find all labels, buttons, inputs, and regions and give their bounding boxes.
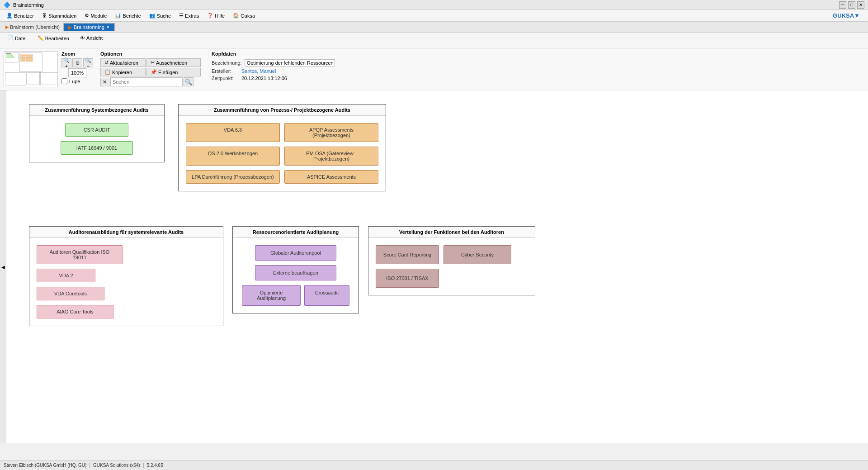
guksa-logo: GUKSA▼ [833,12,865,19]
menu-benutzer[interactable]: 👤 Benutzer [3,12,38,19]
toolbar-datei[interactable]: 📄 Datei [4,34,30,42]
node-cyber[interactable]: Cyber Security [443,245,511,264]
zoom-fit-button[interactable]: ⊙ [72,58,82,67]
node-optimiert[interactable]: Optimierte Auditplanung [242,285,301,306]
bezeichnung-input[interactable] [245,59,335,66]
kopieren-button[interactable]: 📋 Kopieren [100,68,146,76]
arrow-icon: ▶ [5,24,9,29]
svg-rect-7 [20,57,25,59]
chevron-left-icon: ◀ [0,265,5,270]
node-pmosa[interactable]: PM OSA (Gatereview - Projektbezogen) [284,147,378,166]
lupe-checkbox[interactable] [61,78,67,84]
sidebar-toggle[interactable]: ◀ [0,90,6,443]
menu-hilfe[interactable]: ❓ Hilfe [203,12,228,19]
zoom-section: Zoom 🔍+ ⊙ 🔍− Lupe [61,51,93,84]
node-globaler[interactable]: Globaler Auditorenpool [255,245,336,261]
scissors-icon: ✂ [151,60,155,66]
node-iso27[interactable]: ISO 27001 / TISAX [376,269,439,288]
group-ressourcen-title: Ressourcenorientierte Auditplanung [233,227,359,238]
node-aq[interactable]: Auditoren Qualifikation ISO 19011 [37,245,123,264]
search-button[interactable]: 🔍 [184,77,193,86]
berichte-icon: 📊 [115,13,121,19]
tab-bar: ▶ Brainstorm (Übersicht) ▶ Brainstorming… [0,22,868,33]
sub-toolbar: 📄 Datei ✏️ Bearbeiten 👁 Ansicht [0,33,868,48]
ersteller-label: Ersteller: [212,68,239,74]
zeitpunkt-value: 20.12.2021 13:12:06 [241,76,287,81]
status-version: 5.2.4.65 [147,463,163,468]
tab-brainstorming[interactable]: ▶ Brainstorming ✕ [63,23,115,31]
title-bar-text: Brainstorming [13,2,44,8]
delete-search-button[interactable]: ✕ [100,78,109,86]
svg-rect-5 [20,55,25,57]
zoom-value-input[interactable] [68,68,86,77]
guksa-icon: 🏠 [233,13,239,19]
aktualisieren-button[interactable]: ↺ Aktualisieren [100,58,146,67]
bearbeiten-icon: ✏️ [38,35,44,41]
toolbar-ansicht[interactable]: 👁 Ansicht [76,34,106,42]
search-input[interactable] [110,77,183,86]
status-sep1: | [89,463,90,468]
node-cross[interactable]: Crossaudit [304,285,349,306]
svg-rect-11 [5,73,26,85]
svg-rect-8 [26,57,33,59]
svg-rect-13 [40,73,57,85]
toolbar-bearbeiten[interactable]: ✏️ Bearbeiten [34,34,73,42]
ansicht-icon: 👁 [80,35,85,41]
maximize-button[interactable]: □ [848,1,855,9]
node-qs20[interactable]: QS 2.0 Werksbezogen [186,147,280,166]
status-bar: Steven Eibisch (GUKSA GmbH (HQ, GU) | GU… [0,460,868,470]
tab-arrow-icon: ▶ [68,25,72,30]
node-extern[interactable]: Externe beauftragen [255,265,336,280]
group-ausbildung: Auditorenausbildung für systemrelevante … [29,226,223,326]
group-verteilung-title: Verteilung der Funktionen bei den Audito… [368,227,535,238]
node-iatf[interactable]: IATF 16949 / 9001 [61,141,133,155]
status-sep2: | [143,463,144,468]
svg-rect-12 [27,73,40,85]
close-button[interactable]: ✕ [857,1,864,9]
node-score[interactable]: Score Card Reporting [376,245,439,264]
node-apqp[interactable]: APQP Assessments (Projektbezogen) [284,123,378,142]
controls-area: Systembezogene Zoom 🔍+ ⊙ 🔍− Lupe [0,48,868,90]
menu-bar: 👤 Benutzer 🗄 Stammdaten ⚙ Module 📊 Beric… [0,10,868,22]
breadcrumb-link[interactable]: ▶ Brainstorm (Übersicht) [2,24,63,31]
menu-suche[interactable]: 👥 Suche [146,12,175,19]
zeitpunkt-label: Zeitpunkt: [212,76,239,81]
canvas-area[interactable]: Zusammenführung Systembezogene Audits CS… [6,90,868,443]
tab-close-button[interactable]: ✕ [106,25,110,29]
minimize-button[interactable]: ─ [839,1,846,9]
ausschneiden-button[interactable]: ✂ Ausschneiden [146,58,201,67]
menu-extras[interactable]: ☰ Extras [175,12,203,19]
zoom-out-button[interactable]: 🔍− [83,58,93,67]
menu-module[interactable]: ⚙ Module [81,12,110,19]
kopfdaten-section: Kopfdaten Bezeichnung: Ersteller: Santos… [212,51,335,81]
group-verteilung: Verteilung der Funktionen bei den Audito… [368,226,535,295]
options-section: Optionen ↺ Aktualisieren ✂ Ausschneiden … [100,51,201,86]
menu-stammdaten[interactable]: 🗄 Stammdaten [38,12,80,19]
node-vdacore[interactable]: VDA Coretools [37,287,104,300]
menu-berichte[interactable]: 📊 Berichte [111,12,144,19]
title-bar: 🔷 Brainstorming ─ □ ✕ [0,0,868,10]
zoom-label: Zoom [61,51,93,57]
datei-icon: 📄 [7,35,14,41]
node-aiag[interactable]: AIAG Core Tools [37,305,113,318]
bezeichnung-label: Bezeichnung: [212,60,242,66]
menu-guksa[interactable]: 🏠 Guksa [229,12,259,19]
node-csr[interactable]: CSR AUDIT [65,123,128,137]
svg-rect-10 [26,60,33,62]
svg-rect-6 [26,55,33,57]
brainstorm-canvas: Zusammenführung Systembezogene Audits CS… [15,100,513,416]
node-vda63[interactable]: VDA 6.3 [186,123,280,142]
extras-icon: ☰ [179,13,184,19]
workspace: ◀ Zusammenführung Systembezogene Audits … [0,90,868,443]
node-vda2[interactable]: VDA 2 [37,269,95,282]
zoom-in-button[interactable]: 🔍+ [61,58,71,67]
group-systembezogen-title: Zusammenführung Systembezogene Audits [29,104,164,116]
node-lpa[interactable]: LPA Durchführung (Prozessbezogen) [186,170,280,184]
paste-icon: 📌 [151,69,157,75]
node-aspice[interactable]: ASPICE Assessments [284,170,378,184]
einfuegen-button[interactable]: 📌 Einfügen [146,68,201,76]
copy-icon: 📋 [104,69,111,75]
group-prozess: Zusammenführung von Prozess-/ Projektbez… [178,104,386,191]
svg-text:Systembezogene: Systembezogene [6,53,11,54]
stammdaten-icon: 🗄 [42,13,47,19]
